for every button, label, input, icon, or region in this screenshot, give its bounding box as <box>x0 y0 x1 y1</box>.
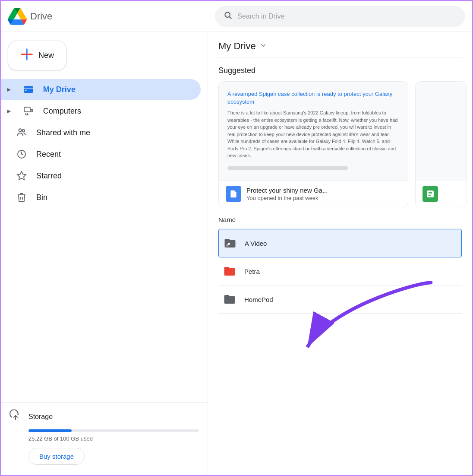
search-icon <box>224 11 232 22</box>
svg-marker-15 <box>17 171 26 180</box>
shared-folder-icon <box>222 235 238 251</box>
sidebar: New ► My Drive ► <box>1 32 208 476</box>
drive-logo-icon <box>8 7 27 26</box>
drive-chevron-icon[interactable] <box>259 41 267 51</box>
storage-bar-fill <box>28 429 72 432</box>
sidebar-item-label: Starred <box>36 171 62 181</box>
main-content: My Drive Suggested A revamped Spigen cas… <box>208 32 472 476</box>
suggested-label: Suggested <box>208 57 472 81</box>
buy-storage-button[interactable]: Buy storage <box>28 448 85 465</box>
files-column-header: Name <box>218 216 462 229</box>
header: Drive Search in Drive <box>1 1 472 32</box>
expand-arrow-icon: ► <box>6 108 12 114</box>
sidebar-item-label: My Drive <box>43 85 76 94</box>
new-button-label: New <box>38 51 54 60</box>
logo-area: Drive <box>8 7 215 26</box>
logo-text: Drive <box>30 11 52 22</box>
sidebar-item-bin[interactable]: Bin <box>1 187 201 208</box>
gray-folder-icon <box>222 292 237 307</box>
forms-file-icon <box>423 186 438 202</box>
sidebar-item-recent[interactable]: Recent <box>1 144 201 165</box>
recent-icon <box>16 148 28 160</box>
suggestion-card-partial[interactable] <box>415 81 467 207</box>
sidebar-item-computers[interactable]: ► Computers <box>1 101 201 121</box>
my-drive-icon <box>22 83 35 95</box>
sidebar-item-starred[interactable]: Starred <box>1 165 201 186</box>
card-info: Protect your shiny new Ga... You opened … <box>246 187 401 201</box>
file-row[interactable]: A Video <box>218 229 462 257</box>
expand-arrow-icon: ► <box>6 86 12 93</box>
storage-section: Storage 25.22 GB of 100 GB used Buy stor… <box>1 402 208 472</box>
files-section: Name A Video Pe <box>208 207 472 314</box>
svg-line-1 <box>230 17 232 19</box>
shared-with-me-icon <box>16 127 28 139</box>
card-meta: You opened in the past week <box>246 195 401 201</box>
storage-used-text: 25.22 GB of 100 GB used <box>28 435 199 442</box>
svg-rect-8 <box>31 109 33 112</box>
card-footer: Protect your shiny new Ga... You opened … <box>219 181 408 207</box>
storage-label: Storage <box>28 413 53 421</box>
svg-rect-7 <box>24 107 30 112</box>
partial-card-preview <box>416 82 467 181</box>
file-name: A Video <box>245 240 267 247</box>
computers-icon <box>22 105 35 117</box>
sidebar-item-label: Recent <box>36 150 61 159</box>
svg-point-13 <box>22 130 25 132</box>
card-preview: A revamped Spigen case collection is rea… <box>219 82 408 181</box>
file-row[interactable]: HomePod <box>218 286 462 314</box>
svg-point-12 <box>19 129 22 132</box>
red-folder-icon <box>222 263 237 279</box>
layout: New ► My Drive ► <box>1 32 472 476</box>
drive-header: My Drive <box>208 32 472 57</box>
sidebar-item-label: Computers <box>43 107 81 116</box>
card-preview-bar <box>227 166 348 170</box>
sidebar-item-shared-with-me[interactable]: Shared with me <box>1 122 201 143</box>
storage-bar-background <box>28 429 199 432</box>
search-bar[interactable]: Search in Drive <box>215 6 465 27</box>
starred-icon <box>16 170 28 182</box>
svg-point-0 <box>225 12 230 17</box>
file-name: Petra <box>244 268 260 275</box>
partial-card-footer <box>416 181 467 207</box>
sidebar-item-label: Shared with me <box>36 128 90 137</box>
svg-point-6 <box>25 90 26 91</box>
storage-cloud-icon <box>9 409 22 424</box>
sidebar-item-my-drive[interactable]: ► My Drive <box>1 79 201 100</box>
suggestion-card[interactable]: A revamped Spigen case collection is rea… <box>218 81 408 207</box>
new-button[interactable]: New <box>8 41 66 70</box>
suggested-cards: A revamped Spigen case collection is rea… <box>208 81 472 207</box>
sidebar-item-label: Bin <box>36 193 47 202</box>
card-name: Protect your shiny new Ga... <box>246 187 401 194</box>
file-row[interactable]: Petra <box>218 257 462 286</box>
bin-icon <box>16 191 28 203</box>
docs-file-icon <box>226 186 241 202</box>
card-preview-body: There is a lot to like about Samsung's 2… <box>227 109 399 159</box>
file-name: HomePod <box>244 296 273 303</box>
storage-header: Storage <box>9 409 199 424</box>
new-plus-icon <box>20 48 33 63</box>
card-preview-title: A revamped Spigen case collection is rea… <box>227 90 399 106</box>
drive-title: My Drive <box>218 41 256 52</box>
search-placeholder: Search in Drive <box>237 13 284 20</box>
